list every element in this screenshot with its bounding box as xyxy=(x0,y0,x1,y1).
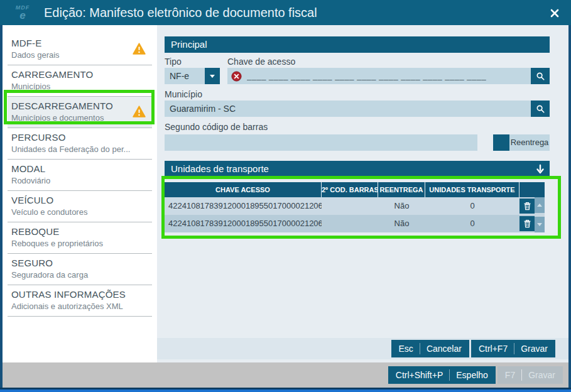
unidades-section-title: Unidades de transporte xyxy=(171,163,269,174)
cell-chave-acesso: 4224108178391200018955017000021206112 xyxy=(165,215,322,232)
sidebar-item-subtitle: Reboques e proprietários xyxy=(11,239,148,248)
button-divider xyxy=(521,369,522,381)
municipio-search-button[interactable] xyxy=(531,101,550,117)
column-header-unidades-transporte: UNIDADES TRANSPORTE xyxy=(425,182,519,197)
footer-bar: Ctrl+Shift+P Espelho F7 Gravar xyxy=(3,362,568,388)
close-button[interactable] xyxy=(547,6,562,21)
chave-acesso-search-button[interactable] xyxy=(531,68,550,84)
cell-chave-acesso: 4224108178391200018955017000021206112 xyxy=(165,197,322,215)
search-icon xyxy=(536,72,545,81)
scroll-down-button[interactable] xyxy=(535,217,545,232)
cell-actions xyxy=(519,215,535,232)
sidebar-item-mdfe[interactable]: MDF-E Dados gerais xyxy=(8,34,152,65)
sidebar-item-title: OUTRAS INFORMAÇÕES xyxy=(11,289,148,300)
sidebar-item-subtitle: Municípios xyxy=(11,82,148,91)
cell-unidades-transporte: 0 xyxy=(425,197,519,215)
trash-icon xyxy=(523,202,531,210)
sidebar-item-title: VEÍCULO xyxy=(11,195,148,205)
gravar-label: Gravar xyxy=(528,370,555,380)
sidebar-item-title: DESCARREGAMENTO xyxy=(11,101,148,111)
principal-section-header: Principal xyxy=(165,36,550,53)
search-icon xyxy=(536,104,545,114)
table-header-row: CHAVE ACESSO 2º COD. BARRAS REENTREGA UN… xyxy=(165,182,545,197)
column-header-reentrega: REENTREGA xyxy=(378,182,425,197)
main-panel: Principal Tipo NF-e Chave de acesso ____… xyxy=(157,25,568,362)
sidebar-item-outras-informacoes[interactable]: OUTRAS INFORMAÇÕES Adicionais e autoriza… xyxy=(8,285,152,317)
column-header-cod-barras: 2º COD. BARRAS xyxy=(322,182,378,197)
segundo-codigo-input[interactable] xyxy=(165,134,477,151)
cell-cod-barras xyxy=(322,215,378,232)
button-divider xyxy=(514,343,514,354)
button-divider xyxy=(420,343,420,354)
window-border-bottom xyxy=(0,388,571,392)
mdfe-edit-window: MDF e Edição: Manifesto eletrônico de do… xyxy=(0,0,571,392)
trash-icon xyxy=(523,219,531,228)
unidades-table: CHAVE ACESSO 2º COD. BARRAS REENTREGA UN… xyxy=(165,182,545,232)
cell-actions xyxy=(519,197,535,215)
delete-row-button[interactable] xyxy=(519,199,535,214)
reentrega-toggle[interactable]: Reentrega xyxy=(493,134,550,151)
chave-acesso-mask: ____ ____ ____ ____ ____ ____ ____ ____ … xyxy=(247,68,486,84)
espelho-button[interactable]: Ctrl+Shift+P Espelho xyxy=(388,366,496,384)
sidebar-item-modal[interactable]: MODAL Rodoviário xyxy=(8,160,152,191)
sidebar-item-title: MDF-E xyxy=(11,38,148,48)
table-scrollbar[interactable] xyxy=(535,197,545,232)
window-title: Edição: Manifesto eletrônico de document… xyxy=(44,0,317,25)
segundo-codigo-label: Segundo código de barras xyxy=(165,122,268,132)
close-icon xyxy=(550,8,560,18)
sidebar-item-title: REBOQUE xyxy=(11,226,148,237)
save-label: Gravar xyxy=(521,344,548,354)
cancel-label: Cancelar xyxy=(427,344,462,354)
sidebar-item-descarregamento[interactable]: DESCARREGAMENTO Municípios e documentos xyxy=(8,97,152,128)
mdfe-logo: MDF e xyxy=(6,2,39,23)
cancel-button[interactable]: Esc Cancelar xyxy=(391,340,469,357)
sidebar-item-veiculo[interactable]: VEÍCULO Veículo e condutores xyxy=(8,191,152,222)
sidebar-item-percurso[interactable]: PERCURSO Unidades da Federação do per... xyxy=(8,128,152,160)
reentrega-label: Reentrega xyxy=(509,134,550,151)
column-header-actions xyxy=(519,182,545,197)
espelho-shortcut: Ctrl+Shift+P xyxy=(396,370,443,380)
cell-reentrega: Não xyxy=(378,215,425,232)
sidebar-item-reboque[interactable]: REBOQUE Reboques e proprietários xyxy=(8,222,152,254)
delete-row-button[interactable] xyxy=(519,216,535,231)
chave-acesso-label: Chave de acesso xyxy=(227,57,295,67)
table-row[interactable]: 4224108178391200018955017000021206112 Nã… xyxy=(165,215,545,232)
warning-icon xyxy=(133,106,146,117)
tipo-dropdown-button[interactable] xyxy=(205,68,220,84)
espelho-label: Espelho xyxy=(456,370,488,380)
scroll-up-button[interactable] xyxy=(535,197,545,213)
window-border-right xyxy=(568,25,571,388)
button-divider xyxy=(449,369,450,381)
sidebar-item-carregamento[interactable]: CARREGAMENTO Municípios xyxy=(8,65,152,97)
sidebar-item-subtitle: Adicionais e autorizações XML xyxy=(11,302,148,311)
sidebar-item-subtitle: Veículo e condutores xyxy=(11,207,148,217)
tipo-select[interactable]: NF-e xyxy=(165,68,205,84)
tipo-label: Tipo xyxy=(165,57,182,67)
cell-unidades-transporte: 0 xyxy=(425,215,519,232)
sidebar-item-seguro[interactable]: SEGURO Seguradora da carga xyxy=(8,254,152,285)
warning-icon xyxy=(133,43,146,55)
sidebar-item-title: CARREGAMENTO xyxy=(11,69,148,80)
sidebar-item-subtitle: Dados gerais xyxy=(11,50,148,60)
cell-cod-barras xyxy=(322,197,378,215)
logo-text-e: e xyxy=(19,10,25,21)
error-icon xyxy=(231,71,242,82)
sidebar-item-title: PERCURSO xyxy=(11,132,148,143)
gravar-footer-button-disabled: F7 Gravar xyxy=(498,366,563,384)
sidebar-item-title: MODAL xyxy=(11,163,148,174)
sidebar-item-subtitle: Seguradora da carga xyxy=(11,270,148,280)
dialog-action-bar: Esc Cancelar Ctrl+F7 Gravar xyxy=(157,338,568,359)
sidebar: MDF-E Dados gerais CARREGAMENTO Municípi… xyxy=(3,25,157,362)
reentrega-checkbox xyxy=(493,134,509,151)
sidebar-item-subtitle: Municípios e documentos xyxy=(11,113,148,122)
table-row[interactable]: 4224108178391200018955017000021206112 Nã… xyxy=(165,197,545,215)
chave-acesso-input[interactable]: ____ ____ ____ ____ ____ ____ ____ ____ … xyxy=(227,68,531,84)
chevron-down-icon xyxy=(210,75,215,78)
save-button[interactable]: Ctrl+F7 Gravar xyxy=(471,340,555,357)
municipio-input[interactable]: Guaramirim - SC xyxy=(165,101,531,117)
triangle-down-icon xyxy=(537,223,542,226)
triangle-up-icon xyxy=(537,204,542,207)
collapse-down-icon[interactable] xyxy=(536,163,545,180)
unidades-section-header: Unidades de transporte xyxy=(165,161,550,177)
municipio-label: Município xyxy=(165,89,202,99)
